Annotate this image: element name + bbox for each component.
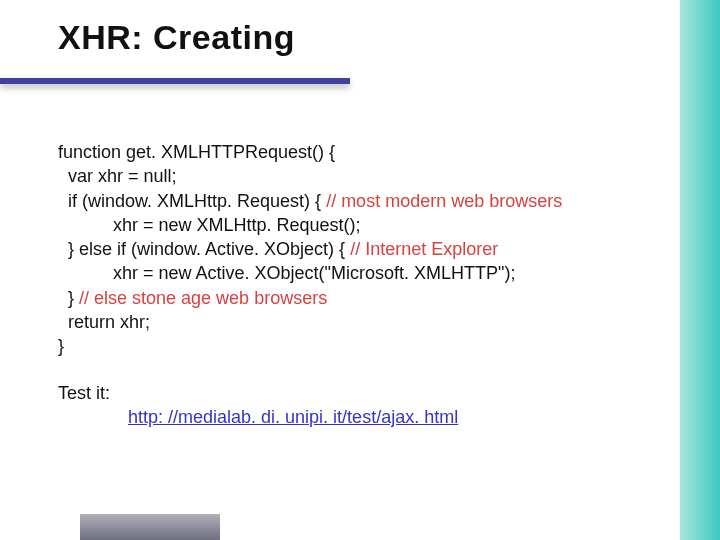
title-underline-bar [0, 78, 350, 84]
code-line-8: return xhr; [58, 312, 150, 332]
code-comment-1: // most modern web browsers [326, 191, 562, 211]
right-decorative-stripe [680, 0, 720, 540]
code-line-5a: } else if (window. Active. XObject) { [58, 239, 350, 259]
code-comment-2: // Internet Explorer [350, 239, 498, 259]
code-line-9: } [58, 336, 64, 356]
code-line-7a: } [58, 288, 79, 308]
slide-container: XHR: Creating function get. XMLHTTPReque… [0, 0, 720, 540]
bottom-decorative-box [80, 514, 220, 540]
code-line-3a: if (window. XMLHttp. Request) { [58, 191, 326, 211]
test-link[interactable]: http: //medialab. di. unipi. it/test/aja… [128, 405, 458, 429]
code-line-1: function get. XMLHTTPRequest() { [58, 142, 335, 162]
slide-title: XHR: Creating [58, 18, 700, 57]
title-area: XHR: Creating [58, 18, 700, 68]
code-line-6: xhr = new Active. XObject("Microsoft. XM… [58, 263, 515, 283]
test-it-label: Test it: [58, 381, 680, 405]
code-line-2: var xhr = null; [58, 166, 177, 186]
code-comment-3: // else stone age web browsers [79, 288, 327, 308]
content-area: function get. XMLHTTPRequest() { var xhr… [58, 140, 680, 429]
code-line-4: xhr = new XMLHttp. Request(); [58, 215, 361, 235]
code-block: function get. XMLHTTPRequest() { var xhr… [58, 140, 680, 359]
